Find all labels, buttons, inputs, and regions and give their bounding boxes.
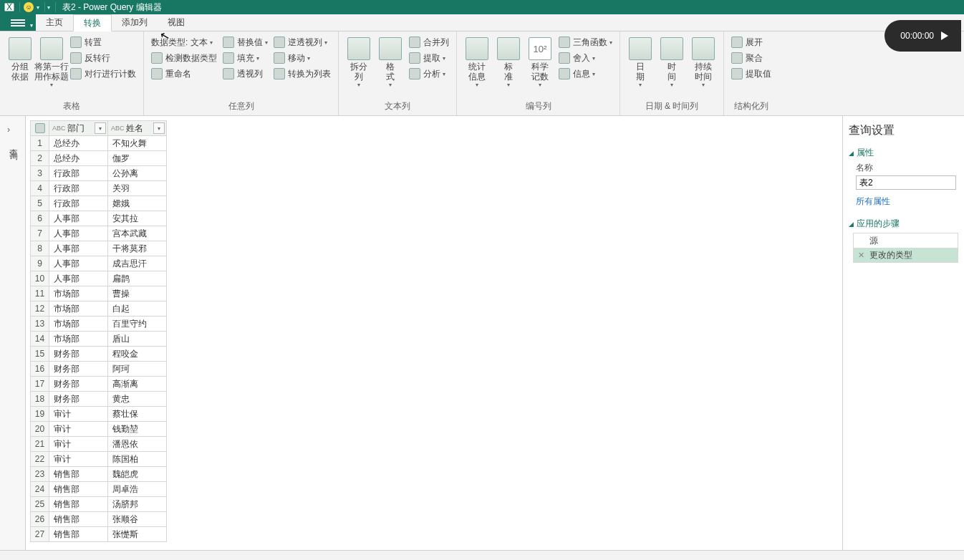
row-number[interactable]: 24 xyxy=(31,482,49,497)
select-all-corner[interactable] xyxy=(31,121,49,136)
filter-dropdown-icon[interactable]: ▾ xyxy=(95,122,106,134)
table-row[interactable]: 20审计钱勤堃 xyxy=(31,422,167,437)
table-row[interactable]: 25销售部汤脐邦 xyxy=(31,497,167,512)
table-row[interactable]: 21审计潘恩依 xyxy=(31,437,167,452)
cell[interactable]: 行政部 xyxy=(49,196,108,211)
queries-pane-label[interactable]: 查询 xyxy=(7,142,19,148)
qat-overflow-icon[interactable]: ▾ xyxy=(47,4,53,11)
row-number[interactable]: 17 xyxy=(31,377,49,392)
row-number[interactable]: 13 xyxy=(31,317,49,332)
cell[interactable]: 嫦娥 xyxy=(108,196,167,211)
cell[interactable]: 销售部 xyxy=(49,497,108,512)
cell[interactable]: 销售部 xyxy=(49,467,108,482)
table-row[interactable]: 22审计陈国柏 xyxy=(31,452,167,467)
cell[interactable]: 黄忠 xyxy=(108,392,167,407)
fill-button[interactable]: 填充▾ xyxy=(220,50,271,66)
table-row[interactable]: 23销售部魏皑虎 xyxy=(31,467,167,482)
scientific-button[interactable]: 10²科学 记数▾ xyxy=(524,34,556,91)
trigonometry-button[interactable]: 三角函数▾ xyxy=(556,34,615,50)
cell[interactable]: 人事部 xyxy=(49,271,108,286)
split-column-button[interactable]: 拆分 列▾ xyxy=(343,34,375,91)
row-number[interactable]: 9 xyxy=(31,256,49,271)
table-row[interactable]: 2总经办伽罗 xyxy=(31,151,167,166)
cell[interactable]: 宫本武藏 xyxy=(108,226,167,241)
row-number[interactable]: 7 xyxy=(31,226,49,241)
row-number[interactable]: 1 xyxy=(31,136,49,151)
column-header-name[interactable]: ABC 姓名 ▾ xyxy=(108,121,167,136)
row-number[interactable]: 15 xyxy=(31,347,49,362)
row-number[interactable]: 19 xyxy=(31,407,49,422)
aggregate-button[interactable]: 聚合 xyxy=(728,50,774,66)
row-number[interactable]: 3 xyxy=(31,166,49,181)
cell[interactable]: 财务部 xyxy=(49,392,108,407)
cell[interactable]: 行政部 xyxy=(49,181,108,196)
cell[interactable]: 关羽 xyxy=(108,181,167,196)
cell[interactable]: 市场部 xyxy=(49,317,108,332)
cell[interactable]: 人事部 xyxy=(49,226,108,241)
cell[interactable]: 审计 xyxy=(49,437,108,452)
cell[interactable]: 总经办 xyxy=(49,136,108,151)
table-row[interactable]: 18财务部黄忠 xyxy=(31,392,167,407)
cell[interactable]: 潘恩依 xyxy=(108,437,167,452)
cell[interactable]: 魏皑虎 xyxy=(108,467,167,482)
cell[interactable]: 成吉思汗 xyxy=(108,256,167,271)
cell[interactable]: 市场部 xyxy=(49,301,108,317)
properties-section-header[interactable]: 属性 xyxy=(849,147,958,159)
filter-dropdown-icon[interactable]: ▾ xyxy=(153,122,165,134)
tab-view[interactable]: 视图 xyxy=(158,14,195,31)
cell[interactable]: 人事部 xyxy=(49,211,108,226)
cell[interactable]: 钱勤堃 xyxy=(108,422,167,437)
standard-button[interactable]: 标 准▾ xyxy=(493,34,524,91)
row-number[interactable]: 11 xyxy=(31,286,49,301)
table-row[interactable]: 4行政部关羽 xyxy=(31,181,167,196)
row-number[interactable]: 16 xyxy=(31,362,49,377)
row-number[interactable]: 27 xyxy=(31,527,49,542)
cell[interactable]: 财务部 xyxy=(49,347,108,362)
cell[interactable]: 审计 xyxy=(49,452,108,467)
cell[interactable]: 陈国柏 xyxy=(108,452,167,467)
table-row[interactable]: 15财务部程咬金 xyxy=(31,347,167,362)
merge-columns-button[interactable]: 合并列 xyxy=(406,34,452,50)
cell[interactable]: 曹操 xyxy=(108,286,167,301)
delete-step-icon[interactable]: ✕ xyxy=(858,251,867,260)
tab-add-column[interactable]: 添加列 xyxy=(112,14,158,31)
row-number[interactable]: 14 xyxy=(31,332,49,347)
row-number[interactable]: 21 xyxy=(31,437,49,452)
cell[interactable]: 行政部 xyxy=(49,166,108,181)
expand-button[interactable]: 展开 xyxy=(728,34,774,50)
table-row[interactable]: 9人事部成吉思汗 xyxy=(31,256,167,271)
cell[interactable]: 人事部 xyxy=(49,256,108,271)
row-number[interactable]: 20 xyxy=(31,422,49,437)
table-row[interactable]: 27销售部张憷斯 xyxy=(31,527,167,542)
cell[interactable]: 人事部 xyxy=(49,241,108,256)
table-row[interactable]: 13市场部百里守约 xyxy=(31,317,167,332)
rounding-button[interactable]: 舍入▾ xyxy=(556,50,615,66)
applied-step[interactable]: ✕更改的类型 xyxy=(854,248,958,262)
cell[interactable]: 安其拉 xyxy=(108,211,167,226)
convert-to-list-button[interactable]: 转换为列表 xyxy=(271,66,334,82)
cell[interactable]: 公孙离 xyxy=(108,166,167,181)
cell[interactable]: 盾山 xyxy=(108,332,167,347)
cell[interactable]: 蔡壮保 xyxy=(108,407,167,422)
table-row[interactable]: 19审计蔡壮保 xyxy=(31,407,167,422)
tab-home[interactable]: 主页 xyxy=(36,14,73,31)
pivot-column-button[interactable]: 透视列 xyxy=(220,66,271,82)
cell[interactable]: 扁鹊 xyxy=(108,271,167,286)
cell[interactable]: 周卓浩 xyxy=(108,482,167,497)
tab-transform[interactable]: 转换 xyxy=(73,14,112,32)
row-number[interactable]: 25 xyxy=(31,497,49,512)
group-by-button[interactable]: 分组 依据 xyxy=(4,34,36,85)
cell[interactable]: 张顺谷 xyxy=(108,512,167,527)
row-number[interactable]: 26 xyxy=(31,512,49,527)
row-number[interactable]: 10 xyxy=(31,271,49,286)
cell[interactable]: 百里守约 xyxy=(108,317,167,332)
column-header-dept[interactable]: ABC 部门 ▾ xyxy=(49,121,108,136)
qat-dropdown-icon[interactable]: ▾ xyxy=(37,4,42,11)
table-row[interactable]: 5行政部嫦娥 xyxy=(31,196,167,211)
format-button[interactable]: 格 式▾ xyxy=(375,34,406,91)
cell[interactable]: 销售部 xyxy=(49,527,108,542)
replace-values-button[interactable]: 替换值▾ xyxy=(220,34,271,50)
row-number[interactable]: 2 xyxy=(31,151,49,166)
cell[interactable]: 伽罗 xyxy=(108,151,167,166)
table-row[interactable]: 14市场部盾山 xyxy=(31,332,167,347)
